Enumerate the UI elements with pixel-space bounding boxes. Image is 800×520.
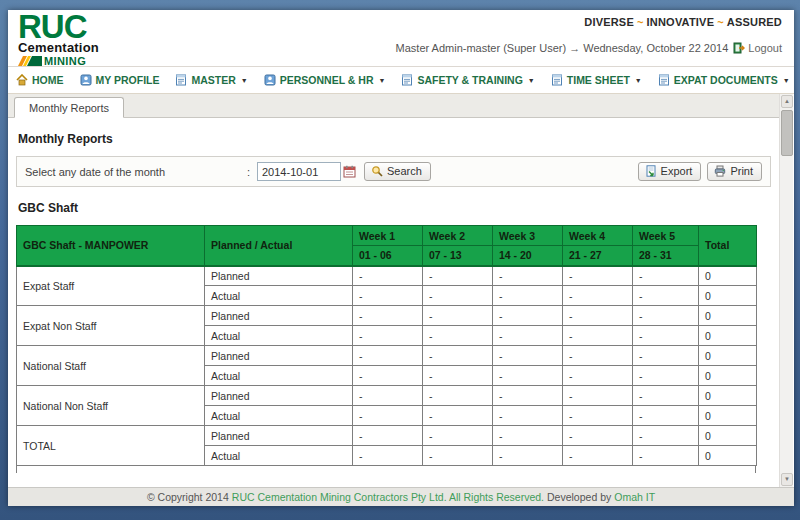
week-value-cell: - xyxy=(563,366,633,386)
week-value-cell: - xyxy=(423,346,493,366)
week-value-cell: - xyxy=(423,386,493,406)
manpower-table-body: Expat StaffPlanned-----0Actual-----0Expa… xyxy=(17,266,757,466)
motto-separator: ~ xyxy=(634,16,647,28)
profile-icon xyxy=(80,74,92,86)
copyright-prefix: © Copyright 2014 xyxy=(147,491,229,503)
col-header-week-range: 01 - 06 xyxy=(353,246,423,266)
actual-label-cell: Actual xyxy=(205,446,353,466)
brand-mining-row: MINING xyxy=(18,55,99,67)
week-value-cell: - xyxy=(493,386,563,406)
nav-label: PERSONNEL & HR xyxy=(280,74,374,86)
user-session-text: Master Admin-master (Super User) → Wedne… xyxy=(396,42,729,54)
total-value-cell: 0 xyxy=(699,266,757,286)
total-value-cell: 0 xyxy=(699,386,757,406)
print-label: Print xyxy=(730,165,753,177)
total-value-cell: 0 xyxy=(699,406,757,426)
planned-label-cell: Planned xyxy=(205,266,353,286)
week-value-cell: - xyxy=(423,426,493,446)
vertical-scrollbar[interactable]: ▲ ▼ xyxy=(779,94,793,487)
week-value-cell: - xyxy=(423,266,493,286)
printer-icon xyxy=(714,165,726,177)
week-value-cell: - xyxy=(633,286,699,306)
user-bar: Master Admin-master (Super User) → Wedne… xyxy=(396,42,782,54)
total-value-cell: 0 xyxy=(699,426,757,446)
col-header-planned-actual: Planned / Actual xyxy=(205,226,353,266)
week-value-cell: - xyxy=(353,346,423,366)
chevron-down-icon: ▼ xyxy=(241,77,248,84)
nav-item-time-sheet[interactable]: TIME SHEET▼ xyxy=(551,74,642,86)
category-cell: National Non Staff xyxy=(17,386,205,426)
scrollbar-thumb[interactable] xyxy=(781,110,793,156)
calendar-picker-button[interactable] xyxy=(343,165,356,178)
col-header-week: Week 5 xyxy=(633,226,699,246)
export-label: Export xyxy=(661,165,693,177)
category-cell: Expat Staff xyxy=(17,266,205,306)
week-value-cell: - xyxy=(633,346,699,366)
planned-label-cell: Planned xyxy=(205,346,353,366)
footer-developed-by: Developed by xyxy=(547,491,611,503)
week-value-cell: - xyxy=(353,306,423,326)
export-button[interactable]: Export xyxy=(638,162,702,181)
footer: © Copyright 2014 RUC Cementation Mining … xyxy=(8,487,794,506)
motto-word: INNOVATIVE xyxy=(647,16,715,28)
col-header-week: Week 3 xyxy=(493,226,563,246)
logout-icon xyxy=(733,42,745,54)
week-value-cell: - xyxy=(423,326,493,346)
brand-logo: RUC Cementation MINING xyxy=(18,12,99,67)
main-nav: HOME MY PROFILE MASTER▼ PERSONNEL & HR▼ … xyxy=(8,67,794,94)
planned-label-cell: Planned xyxy=(205,426,353,446)
nav-label: MASTER xyxy=(191,74,235,86)
nav-item-expat-documents[interactable]: EXPAT DOCUMENTS▼ xyxy=(658,74,790,86)
category-cell: TOTAL xyxy=(17,426,205,466)
week-value-cell: - xyxy=(493,446,563,466)
week-value-cell: - xyxy=(493,306,563,326)
motto-word: DIVERSE xyxy=(584,16,634,28)
nav-item-personnel-hr[interactable]: PERSONNEL & HR▼ xyxy=(264,74,386,86)
scroll-up-arrow[interactable]: ▲ xyxy=(781,95,793,108)
date-input[interactable] xyxy=(257,162,341,181)
col-header-week-range: 28 - 31 xyxy=(633,246,699,266)
category-cell: Expat Non Staff xyxy=(17,306,205,346)
chevron-down-icon: ▼ xyxy=(783,77,790,84)
week-value-cell: - xyxy=(633,366,699,386)
mining-stripes-icon xyxy=(18,56,42,66)
total-value-cell: 0 xyxy=(699,346,757,366)
week-value-cell: - xyxy=(563,386,633,406)
week-value-cell: - xyxy=(633,306,699,326)
tab-monthly-reports[interactable]: Monthly Reports xyxy=(14,97,124,118)
chevron-down-icon: ▼ xyxy=(379,77,386,84)
total-value-cell: 0 xyxy=(699,306,757,326)
section-title: GBC Shaft xyxy=(18,201,779,215)
week-value-cell: - xyxy=(633,326,699,346)
page-title: Monthly Reports xyxy=(18,132,779,146)
nav-item-home[interactable]: HOME xyxy=(16,74,64,86)
nav-item-safety-training[interactable]: SAFETY & TRAINING▼ xyxy=(401,74,534,86)
planned-label-cell: Planned xyxy=(205,306,353,326)
nav-item-my-profile[interactable]: MY PROFILE xyxy=(80,74,160,86)
col-header-category: GBC Shaft - MANPOWER xyxy=(17,226,205,266)
col-header-week-range: 14 - 20 xyxy=(493,246,563,266)
nav-item-master[interactable]: MASTER▼ xyxy=(175,74,247,86)
week-value-cell: - xyxy=(423,366,493,386)
week-value-cell: - xyxy=(493,286,563,306)
header-right: DIVERSE~INNOVATIVE~ASSURED Master Admin-… xyxy=(396,16,782,54)
profile-icon xyxy=(264,74,276,86)
document-icon xyxy=(401,74,413,86)
category-cell: National Staff xyxy=(17,346,205,386)
motto-word: ASSURED xyxy=(727,16,782,28)
logout-label: Logout xyxy=(748,42,782,54)
calendar-icon xyxy=(343,165,356,178)
filter-bar: Select any date of the month : Search Ex… xyxy=(16,156,771,187)
date-filter-label: Select any date of the month xyxy=(25,166,247,178)
total-value-cell: 0 xyxy=(699,446,757,466)
table-row: Expat Non StaffPlanned-----0 xyxy=(17,306,757,326)
logout-link[interactable]: Logout xyxy=(733,42,782,54)
document-icon xyxy=(658,74,670,86)
search-button[interactable]: Search xyxy=(364,162,431,181)
scroll-down-arrow[interactable]: ▼ xyxy=(781,473,793,486)
week-value-cell: - xyxy=(423,286,493,306)
week-value-cell: - xyxy=(633,426,699,446)
print-button[interactable]: Print xyxy=(707,162,762,181)
week-value-cell: - xyxy=(563,446,633,466)
week-value-cell: - xyxy=(563,346,633,366)
